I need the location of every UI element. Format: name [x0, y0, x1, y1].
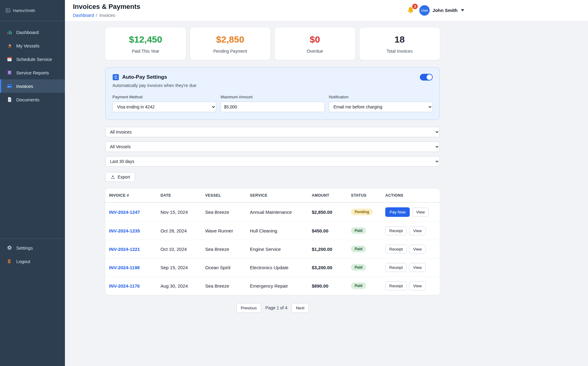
- autopay-field-maximum-amount: Maximum Amount: [221, 95, 324, 112]
- table-row: INV-2024-1221 Oct 10, 2024 Sea Breeze En…: [105, 240, 440, 258]
- sidebar-item-dashboard[interactable]: Dashboard: [0, 25, 65, 39]
- invoice-link[interactable]: INV-2024-1247: [109, 209, 140, 215]
- topbar: Invoices & Payments Dashboard / Invoices…: [65, 0, 588, 21]
- breadcrumb-link-dashboard[interactable]: Dashboard: [73, 13, 94, 18]
- table-row: INV-2024-1176 Aug 30, 2024 Sea Breeze Em…: [105, 277, 440, 295]
- invoice-actions: ReceiptView: [382, 221, 440, 240]
- sidebar-nav: Dashboard My Vessels Schedule Service Se…: [0, 21, 65, 106]
- status-badge: Paid: [351, 227, 366, 234]
- logo: HarborSmith: [0, 0, 65, 21]
- broken-image-icon: [6, 8, 10, 13]
- stats-cards: $12,450 Paid This Year $2,850 Pending Pa…: [105, 28, 440, 60]
- autopay-fields: Payment Method Visa ending in 4242 Maxim…: [112, 95, 433, 112]
- status-badge: Paid: [351, 246, 366, 252]
- stat-card-overdue: $0 Overdue: [275, 28, 355, 60]
- topbar-left: Invoices & Payments Dashboard / Invoices: [73, 3, 140, 18]
- stat-label: Pending Payment: [195, 49, 266, 54]
- sidebar-item-logout[interactable]: Logout: [0, 255, 65, 268]
- dashboard-icon: [7, 29, 12, 35]
- export-button[interactable]: Export: [105, 172, 135, 182]
- view-button[interactable]: View: [412, 208, 429, 217]
- invoice-link[interactable]: INV-2024-1198: [109, 265, 140, 270]
- stat-value: 18: [364, 34, 435, 45]
- autopay-field-notification: Notification Email me before charging: [329, 95, 433, 112]
- sidebar-item-invoices[interactable]: Invoices: [0, 79, 65, 93]
- stat-card-pending-payment: $2,850 Pending Payment: [190, 28, 271, 60]
- invoice-amount: $890.00: [308, 277, 347, 295]
- invoice-vessel: Sea Breeze: [202, 277, 246, 295]
- stat-value: $12,450: [110, 34, 181, 45]
- invoice-link[interactable]: INV-2024-1235: [109, 228, 140, 233]
- user-menu[interactable]: User John Smith: [419, 5, 464, 16]
- sidebar-item-label: My Vessels: [16, 43, 40, 48]
- receipt-button[interactable]: Receipt: [385, 263, 407, 272]
- invoice-amount: $3,200.00: [308, 258, 347, 277]
- view-button[interactable]: View: [409, 263, 426, 272]
- autopay-subtitle: Automatically pay invoices when they're …: [112, 83, 433, 88]
- invoice-service: Engine Service: [246, 240, 308, 258]
- receipt-button[interactable]: Receipt: [385, 281, 407, 290]
- view-button[interactable]: View: [409, 281, 426, 290]
- receipt-button[interactable]: Receipt: [385, 245, 407, 254]
- invoice-link[interactable]: INV-2024-1221: [109, 247, 140, 252]
- invoice-status-filter[interactable]: All Invoices: [105, 127, 440, 137]
- date-range-filter[interactable]: Last 30 days: [105, 156, 440, 167]
- table-row: INV-2024-1235 Oct 28, 2024 Wave Runner H…: [105, 221, 440, 240]
- vessel-icon: [7, 43, 12, 48]
- column-header-status: STATUS: [347, 189, 382, 202]
- filters: All InvoicesAll VesselsLast 30 days: [105, 127, 440, 167]
- column-header-date: DATE: [157, 189, 202, 202]
- next-button[interactable]: Next: [292, 303, 309, 313]
- notifications-button[interactable]: 3: [406, 6, 415, 15]
- field-label: Notification: [329, 95, 433, 99]
- field-label: Maximum Amount: [221, 95, 324, 99]
- stat-label: Overdue: [280, 49, 350, 54]
- stat-card-paid-this-year: $12,450 Paid This Year: [105, 28, 186, 60]
- column-header-invoice: INVOICE #: [105, 189, 157, 202]
- breadcrumb-current: Invoices: [99, 13, 115, 18]
- page-indicator: Page 1 of 4: [266, 305, 288, 310]
- autopay-field-payment-method: Payment Method Visa ending in 4242: [112, 95, 216, 112]
- field-label: Payment Method: [112, 95, 216, 99]
- notification-select[interactable]: Email me before charging: [329, 102, 433, 112]
- column-header-amount: AMOUNT: [308, 189, 347, 202]
- table-header-row: INVOICE #DATEVESSELSERVICEAMOUNTSTATUSAC…: [105, 189, 440, 202]
- invoice-actions: Pay NowView: [382, 202, 440, 222]
- chevron-down-icon: [461, 9, 464, 12]
- sidebar-item-schedule-service[interactable]: Schedule Service: [0, 52, 65, 66]
- breadcrumb-separator: /: [96, 13, 97, 18]
- vessel-filter[interactable]: All Vessels: [105, 141, 440, 152]
- avatar: User: [419, 5, 430, 16]
- sidebar-item-service-reports[interactable]: Service Reports: [0, 66, 65, 79]
- autopay-icon: [112, 74, 119, 81]
- view-button[interactable]: View: [409, 226, 426, 235]
- invoice-link[interactable]: INV-2024-1176: [109, 283, 140, 289]
- stat-value: $0: [280, 34, 350, 45]
- sidebar-item-label: Logout: [16, 259, 30, 264]
- invoice-actions: ReceiptView: [382, 258, 440, 277]
- maximum-amount-input[interactable]: [221, 102, 324, 112]
- stat-value: $2,850: [195, 34, 266, 45]
- user-name: John Smith: [432, 8, 458, 13]
- invoice-service: Hull Cleaning: [246, 221, 308, 240]
- invoice-table: INVOICE #DATEVESSELSERVICEAMOUNTSTATUSAC…: [105, 189, 440, 295]
- export-label: Export: [118, 175, 130, 179]
- sidebar-item-label: Schedule Service: [16, 57, 52, 62]
- breadcrumb: Dashboard / Invoices: [73, 13, 140, 18]
- invoice-amount: $450.00: [308, 221, 347, 240]
- view-button[interactable]: View: [409, 245, 426, 254]
- invoice-vessel: Wave Runner: [202, 221, 246, 240]
- autopay-toggle[interactable]: [420, 74, 433, 81]
- previous-button[interactable]: Previous: [236, 303, 261, 313]
- invoice-amount: $2,850.00: [308, 202, 347, 222]
- receipt-button[interactable]: Receipt: [385, 226, 407, 235]
- sidebar-item-settings[interactable]: Settings: [0, 241, 65, 255]
- sidebar-item-my-vessels[interactable]: My Vessels: [0, 39, 65, 52]
- invoice-date: Nov 15, 2024: [157, 202, 202, 222]
- autopay-header: Auto-Pay Settings: [112, 74, 433, 81]
- notification-badge: 3: [412, 4, 418, 9]
- sidebar-item-documents[interactable]: Documents: [0, 93, 65, 106]
- pay-now-button[interactable]: Pay Now: [385, 207, 410, 217]
- payment-method-select[interactable]: Visa ending in 4242: [112, 102, 216, 112]
- column-header-actions: ACTIONS: [382, 189, 440, 202]
